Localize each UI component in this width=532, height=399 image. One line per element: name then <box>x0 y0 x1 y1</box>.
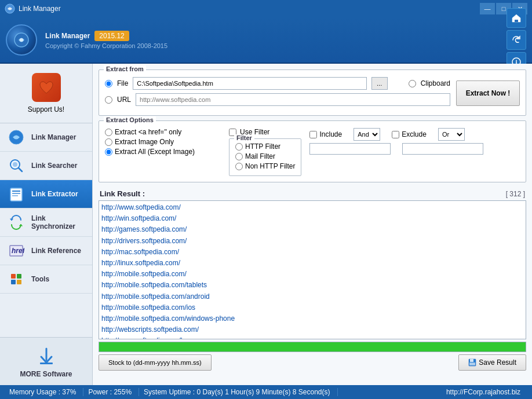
file-radio-label[interactable]: File <box>117 79 128 87</box>
link-searcher-icon <box>7 156 25 175</box>
url-radio[interactable] <box>105 96 112 104</box>
link-manager-icon <box>7 128 25 147</box>
extract-all-radio[interactable] <box>105 148 112 156</box>
link-manager-label: Link Manager <box>31 133 76 141</box>
list-item[interactable]: http://mobile.softpedia.com/tablets <box>101 280 523 291</box>
file-radio-row: File ... Clipboard <box>105 77 450 90</box>
svg-point-7 <box>13 162 17 167</box>
save-icon <box>468 358 476 367</box>
power-status: Power : 255% <box>83 388 139 396</box>
minimize-button[interactable]: — <box>480 3 495 14</box>
file-path-input[interactable] <box>133 77 366 90</box>
home-button[interactable] <box>507 8 526 28</box>
list-item[interactable]: http://mac.softpedia.com/ <box>101 247 523 258</box>
svg-rect-3 <box>515 20 518 22</box>
extract-now-button[interactable]: Extract Now ! <box>456 80 520 106</box>
include-operator-select[interactable]: And Or <box>354 128 380 141</box>
svg-rect-17 <box>17 280 21 284</box>
non-http-filter-option: Non HTTP Filter <box>235 162 295 170</box>
app-logo <box>6 24 37 56</box>
sidebar-bottom[interactable]: MORE Software <box>0 337 92 385</box>
support-us-button[interactable]: Support Us! <box>0 64 92 123</box>
logo-icon <box>13 31 30 49</box>
result-count: [ 312 ] <box>506 190 525 198</box>
clipboard-radio[interactable] <box>409 80 416 87</box>
sidebar-item-link-reference[interactable]: href Link Reference <box>0 237 92 265</box>
url-radio-row: URL <box>105 93 450 106</box>
filter-section: Use Filter Filter HTTP Filter Mail Filte… <box>229 128 301 176</box>
refresh-icon <box>511 35 522 45</box>
svg-rect-18 <box>40 363 53 364</box>
include-checkbox[interactable] <box>309 131 317 138</box>
include-label[interactable]: Include <box>319 130 342 138</box>
svg-rect-21 <box>469 363 475 365</box>
link-synchronizer-label: Link Synchronizer <box>31 214 85 230</box>
sidebar-item-tools[interactable]: Tools <box>0 265 92 294</box>
extract-options-box: Extract Options Extract <a href='' only … <box>99 120 526 182</box>
title-bar: Link Manager — □ ✕ <box>0 0 532 17</box>
list-item[interactable]: http://www.softpedia.com/ <box>101 202 523 213</box>
list-item[interactable]: http://drivers.softpedia.com/ <box>101 236 523 247</box>
result-header: Link Result : [ 312 ] <box>99 187 526 200</box>
exclude-operator-select[interactable]: Or And <box>438 128 465 141</box>
support-icon <box>32 73 61 102</box>
include-filter-input[interactable] <box>309 143 391 155</box>
svg-text:href: href <box>12 247 24 255</box>
exclude-label[interactable]: Exclude <box>402 130 427 138</box>
http-filter-label: HTTP Filter <box>245 142 280 151</box>
stock-button[interactable]: Stock to (dd-mm-yyyy hh.mm.ss) <box>99 354 212 371</box>
extract-option-0: Extract <a href='' only <box>105 128 221 136</box>
exclude-filter-input[interactable] <box>402 143 483 155</box>
sidebar: Support Us! Link Manager Link Searcher <box>0 64 93 385</box>
include-header: Include <box>309 130 342 138</box>
list-item[interactable]: http://win.softpedia.com/ <box>101 213 523 224</box>
clipboard-label[interactable]: Clipboard <box>421 79 450 87</box>
url-input[interactable] <box>136 93 450 106</box>
link-extractor-icon <box>7 185 25 203</box>
include-row: Include And Or Exclude Or And <box>309 128 520 141</box>
list-item[interactable]: http://www.softpedia.com/browsers <box>101 335 523 339</box>
progress-bar-container <box>99 342 526 352</box>
browse-button[interactable]: ... <box>371 77 388 90</box>
svg-rect-15 <box>17 274 21 279</box>
list-item[interactable]: http://mobile.softpedia.com/windows-phon… <box>101 313 523 324</box>
header-right-icons <box>507 8 526 72</box>
sidebar-item-link-manager[interactable]: Link Manager <box>0 123 92 152</box>
file-radio[interactable] <box>105 80 112 87</box>
non-http-filter-radio[interactable] <box>235 163 243 170</box>
tools-icon <box>7 270 25 288</box>
refresh-button[interactable] <box>507 30 526 50</box>
extract-type-options: Extract <a href='' only Extract Image On… <box>105 128 221 158</box>
extract-href-radio[interactable] <box>105 129 112 136</box>
extract-options-legend: Extract Options <box>104 116 156 123</box>
sidebar-item-link-extractor[interactable]: Link Extractor <box>0 180 92 208</box>
support-label: Support Us! <box>28 105 64 114</box>
extract-option-2: Extract All (Except Image) <box>105 148 221 156</box>
list-item[interactable]: http://games.softpedia.com/ <box>101 224 523 235</box>
list-item[interactable]: http://mobile.softpedia.com/ios <box>101 302 523 313</box>
mail-filter-radio[interactable] <box>235 153 243 160</box>
content-area: Extract from File ... Clipboard URL <box>93 64 532 385</box>
list-item[interactable]: http://webscripts.softpedia.com/ <box>101 324 523 335</box>
bottom-buttons: Stock to (dd-mm-yyyy hh.mm.ss) Save Resu… <box>99 354 526 371</box>
memory-status: Memory Usage : 37% <box>5 388 83 396</box>
sidebar-item-link-searcher[interactable]: Link Searcher <box>0 152 92 180</box>
title-bar-text: Link Manager <box>19 5 480 13</box>
url-radio-label[interactable]: URL <box>117 96 131 104</box>
home-icon <box>511 13 522 23</box>
exclude-checkbox[interactable] <box>392 131 399 138</box>
filter-legend: Filter <box>234 134 254 141</box>
extract-image-radio[interactable] <box>105 138 112 146</box>
list-item[interactable]: http://mobile.softpedia.com/android <box>101 291 523 302</box>
header-text: Link Manager 2015.12 Copyright © Fahmy C… <box>45 31 167 49</box>
sidebar-item-link-synchronizer[interactable]: Link Synchronizer <box>0 208 92 237</box>
progress-bar-fill <box>99 342 526 352</box>
http-filter-radio[interactable] <box>235 143 243 151</box>
save-result-button[interactable]: Save Result <box>458 354 526 371</box>
list-item[interactable]: http://linux.softpedia.com/ <box>101 258 523 269</box>
uptime-status: System Uptime : 0 Day(s) 1 Hour(s) 9 Min… <box>139 388 337 396</box>
extract-option-1: Extract Image Only <box>105 138 221 146</box>
result-list[interactable]: http://www.softpedia.com/http://win.soft… <box>99 200 526 339</box>
list-item[interactable]: http://mobile.softpedia.com/ <box>101 269 523 280</box>
status-bar: Memory Usage : 37% Power : 255% System U… <box>0 385 532 399</box>
